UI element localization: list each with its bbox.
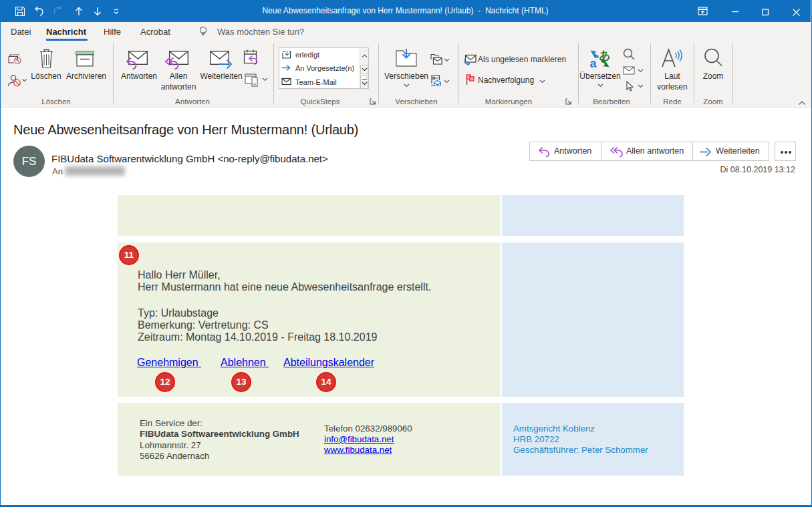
svg-text:あ: あ bbox=[599, 49, 611, 61]
svg-text:a: a bbox=[590, 57, 597, 68]
